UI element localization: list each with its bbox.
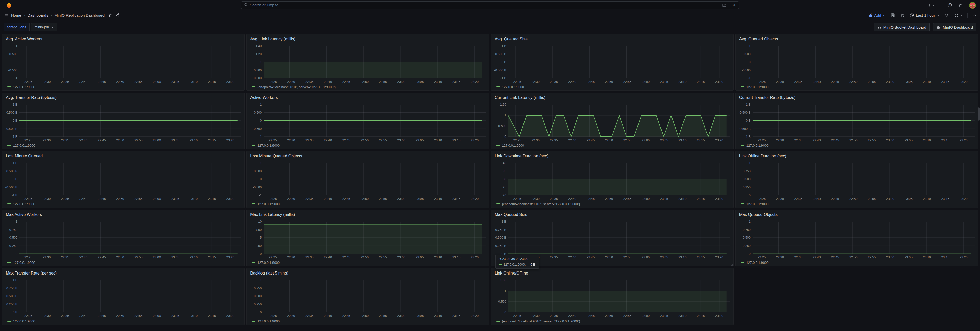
legend-item[interactable]: 127.0.0.1:9000 [250, 201, 486, 207]
chart-plot[interactable] [752, 46, 975, 78]
y-tick-label: 0.250 [254, 302, 262, 306]
panel-title[interactable]: Avg. Active Workers [6, 37, 241, 41]
x-tick-label: 22:25 [757, 80, 765, 84]
legend-item[interactable]: 127.0.0.1:9000 [739, 143, 975, 148]
x-tick-label: 23:15 [208, 80, 216, 84]
chart-plot[interactable] [752, 105, 975, 137]
y-tick-label: -1 B [501, 76, 506, 80]
panel-avg-queued-objects: Avg. Queued Objects10.5000-0.500-122:252… [735, 34, 978, 91]
panel-title[interactable]: Max Transfer Rate (per sec) [6, 271, 241, 275]
x-axis: 22:2522:3022:3522:4022:4522:5022:5523:00… [265, 254, 486, 260]
variable-value-dropdown[interactable]: minio-job [31, 23, 57, 31]
tooltip-value: 0 B [530, 263, 535, 266]
add-panel-button[interactable]: Add [868, 13, 885, 18]
legend-item[interactable]: {endpoint="localhost:9010", server="127.… [250, 84, 486, 89]
x-tick-label: 22:50 [605, 314, 613, 318]
link-minio-dashboard[interactable]: MinIO Dashboard [933, 23, 977, 32]
share-button[interactable] [115, 13, 119, 18]
user-avatar[interactable] [969, 2, 976, 9]
y-tick-label: 1 [260, 103, 262, 106]
chart-plot[interactable] [508, 105, 730, 137]
chart-plot[interactable] [264, 221, 486, 254]
mega-menu-button[interactable] [4, 13, 8, 17]
legend-item[interactable]: {endpoint="localhost:9010", server="127.… [494, 201, 730, 207]
panel-title[interactable]: Avg. Link Latency (millis) [250, 37, 486, 41]
chart-plot[interactable] [19, 46, 241, 78]
chart-plot[interactable] [508, 221, 730, 254]
legend-item[interactable]: 127.0.0.1:9000 [250, 318, 486, 324]
chart-plot[interactable] [264, 105, 486, 137]
panel-title[interactable]: Max Queued Size [495, 212, 730, 217]
x-axis: 22:2522:3022:3522:4022:4522:5022:5523:00… [510, 195, 730, 201]
legend-item[interactable]: 127.0.0.1:9000 [250, 143, 486, 148]
favorite-button[interactable] [108, 13, 113, 18]
dashboard-settings-button[interactable] [900, 13, 905, 18]
x-tick-label: 22:55 [379, 80, 387, 84]
save-dashboard-button[interactable] [890, 13, 895, 18]
x-tick-label: 22:30 [531, 314, 539, 318]
zoom-out-button[interactable] [945, 13, 949, 18]
chart-plot[interactable] [19, 163, 241, 195]
legend-item[interactable]: 127.0.0.1:9000 [250, 260, 486, 265]
y-tick-label: 1 B [13, 278, 18, 282]
chart-plot[interactable] [508, 46, 730, 78]
y-axis: 10.7500.5000.2500 [739, 163, 752, 195]
chart-plot[interactable] [264, 280, 486, 312]
chart-plot[interactable] [752, 163, 975, 195]
legend-item[interactable]: 127.0.0.1:9000 [5, 201, 241, 207]
breadcrumb-home[interactable]: Home [11, 13, 21, 18]
time-range-picker[interactable]: Last 1 hour [910, 13, 939, 18]
x-tick-label: 22:55 [868, 138, 876, 142]
legend-item[interactable]: {endpoint="localhost:9010", server="127.… [494, 318, 730, 324]
refresh-button[interactable] [954, 13, 963, 18]
panel-title[interactable]: Link Downtime Duration (sec) [495, 154, 730, 159]
grafana-logo-icon[interactable] [6, 2, 12, 8]
search-input[interactable]: Search or jump to... ctrl+k [241, 1, 739, 9]
panel-title[interactable]: Current Transfer Rate (bytes/s) [739, 95, 975, 100]
panel-resize-handle[interactable] [730, 263, 733, 266]
collapse-toolbar-button[interactable] [973, 14, 977, 17]
search-placeholder: Search or jump to... [250, 3, 720, 7]
chart-plot[interactable] [264, 163, 486, 195]
news-button[interactable] [958, 3, 963, 7]
chevron-down-icon [937, 14, 939, 17]
panel-title[interactable]: Avg. Queued Objects [739, 37, 975, 41]
x-tick-label: 22:45 [587, 80, 595, 84]
help-button[interactable]: ? [948, 3, 952, 7]
legend-item[interactable]: 127.0.0.1:9000 [494, 84, 730, 89]
panel-title[interactable]: Link Offline Duration (sec) [739, 154, 975, 159]
panel-title[interactable]: Max Link Latency (millis) [250, 212, 486, 217]
panel-title[interactable]: Current Link Latency (millis) [495, 95, 730, 100]
chart-area: 1 B0.750 B0.500 B0.250 B0 B [5, 280, 241, 312]
panel-title[interactable]: Last Minute Queued [6, 154, 241, 159]
panel-title[interactable]: Avg. Queued Size [495, 37, 730, 41]
chart-plot[interactable] [19, 221, 241, 254]
legend-item[interactable]: 127.0.0.1:9000 [739, 260, 975, 265]
legend-item[interactable]: 127.0.0.1:9000 [739, 84, 975, 89]
legend-item[interactable]: 127.0.0.1:9000 [494, 143, 730, 148]
chart-plot[interactable] [508, 163, 730, 195]
panel-title[interactable]: Max Queued Objects [739, 212, 975, 217]
legend-item[interactable]: 127.0.0.1:9000 [5, 143, 241, 148]
scrollbar-thumb[interactable] [978, 107, 980, 121]
panel-menu-button[interactable] [728, 211, 732, 216]
chart-plot[interactable] [752, 221, 975, 254]
link-minio-bucket-dashboard[interactable]: MinIO Bucket Dashboard [874, 23, 930, 32]
legend-label: {endpoint="localhost:9010", server="127.… [502, 319, 580, 323]
chart-plot[interactable] [264, 46, 486, 78]
panel-title[interactable]: Avg. Transfer Rate (bytes/s) [6, 95, 241, 100]
legend-item[interactable]: 127.0.0.1:9000 [5, 318, 241, 324]
panel-title[interactable]: Link Online/Offline [495, 271, 730, 275]
panel-title[interactable]: Active Workers [250, 95, 486, 100]
chart-plot[interactable] [19, 280, 241, 312]
chart-plot[interactable] [19, 105, 241, 137]
panel-title[interactable]: Max Active Workers [6, 212, 241, 217]
chart-plot[interactable] [508, 280, 730, 312]
legend-item[interactable]: 127.0.0.1:9000 [5, 260, 241, 265]
panel-title[interactable]: Backlog (last 5 mins) [250, 271, 486, 275]
breadcrumb-dashboards[interactable]: Dashboards [28, 13, 48, 18]
legend-item[interactable]: 127.0.0.1:9000 [739, 201, 975, 207]
legend-item[interactable]: 127.0.0.1:9000 [5, 84, 241, 89]
panel-title[interactable]: Last Minute Queued Objects [250, 154, 486, 159]
new-button[interactable] [928, 3, 935, 7]
